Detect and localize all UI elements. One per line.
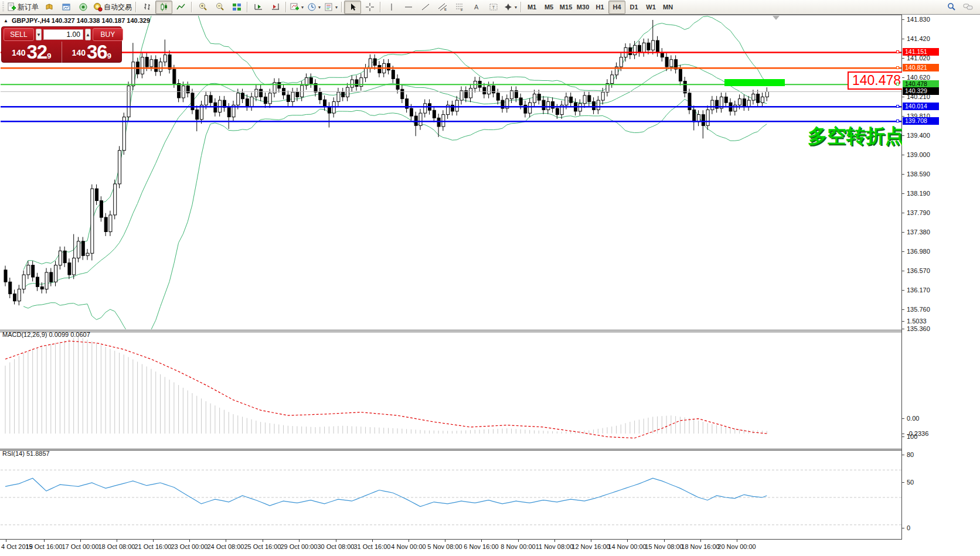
time-tick-label: 11 Nov 08:00	[534, 543, 575, 550]
bar-chart-button[interactable]	[138, 1, 155, 14]
bearish-candle	[556, 108, 559, 115]
tile-windows-button[interactable]	[228, 1, 245, 14]
periods-button[interactable]: ▾	[305, 1, 322, 14]
macd-tick-mark	[902, 321, 904, 322]
bearish-candle	[537, 94, 540, 101]
time-tick-label: 17 Oct 00:00	[60, 543, 101, 550]
timeframe-w1-button[interactable]: W1	[642, 1, 659, 14]
line-anchor-handle[interactable]	[896, 120, 899, 122]
price-callout[interactable]: 140.478	[848, 71, 906, 90]
pane-splitter	[0, 450, 980, 451]
text-button[interactable]: A	[468, 1, 485, 14]
candlestick-chart-button[interactable]	[155, 1, 172, 14]
vertical-line-icon	[387, 2, 396, 12]
indicators-button[interactable]: ▾	[288, 1, 305, 14]
main-chart-pane[interactable]	[1, 16, 901, 329]
buy-price[interactable]: 140 36 9	[62, 42, 122, 63]
news-button[interactable]	[40, 1, 57, 14]
timeframe-d1-button[interactable]: D1	[625, 1, 642, 14]
bullish-candle	[488, 86, 491, 94]
timeframe-h1-button[interactable]: H1	[591, 1, 608, 14]
time-tick-mark	[80, 540, 81, 542]
pane-splitter[interactable]	[0, 330, 980, 330]
vertical-line-button[interactable]	[383, 1, 400, 14]
volume-input[interactable]	[43, 29, 83, 40]
bullish-candle	[346, 87, 349, 97]
toolbar-grip[interactable]	[2, 2, 4, 12]
search-button[interactable]	[942, 1, 959, 14]
chart-shift-button[interactable]	[267, 1, 284, 14]
line-chart-button[interactable]	[172, 1, 189, 14]
zoom-in-button[interactable]	[194, 1, 211, 14]
line-anchor-handle[interactable]	[896, 66, 899, 69]
text-label-button[interactable]: T	[485, 1, 502, 14]
bearish-candle	[433, 110, 435, 118]
collapse-icon[interactable]: ▲	[4, 18, 8, 23]
macd-pane[interactable]	[1, 333, 901, 449]
new-order-button[interactable]: 新订单	[5, 1, 40, 14]
time-tick-mark	[299, 540, 300, 542]
line-anchor-handle[interactable]	[896, 105, 899, 108]
bollinger-upper-band	[23, 16, 767, 270]
line-anchor-handle[interactable]	[896, 83, 899, 86]
timeframe-m1-button[interactable]: M1	[523, 1, 540, 14]
scroll-shift-marker-icon[interactable]	[773, 16, 780, 20]
rsi-pane[interactable]	[1, 451, 901, 540]
price-tick-mark	[902, 155, 904, 155]
timeframe-m15-button[interactable]: M15	[557, 1, 574, 14]
auto-trading-button[interactable]: 自动交易	[91, 1, 134, 14]
auto-scroll-button[interactable]	[250, 1, 267, 14]
bullish-candle	[419, 113, 422, 125]
timeframe-m30-button[interactable]: M30	[574, 1, 591, 14]
zoom-out-button[interactable]	[211, 1, 228, 14]
mt4-window: 新订单 自动交易	[0, 0, 980, 556]
line-anchor-handle[interactable]	[896, 50, 899, 53]
time-tick-mark	[481, 540, 482, 542]
templates-button[interactable]: ▾	[322, 1, 339, 14]
volume-up-button[interactable]: ▲	[85, 29, 91, 40]
time-tick-label: 30 Oct 08:00	[315, 543, 356, 550]
bearish-candle	[483, 87, 486, 94]
buy-price-sup: 9	[107, 51, 111, 62]
timeframe-h4-button[interactable]: H4	[608, 1, 625, 14]
timeframe-mn-button[interactable]: MN	[659, 1, 676, 14]
volume-down-button[interactable]: ▼	[36, 29, 42, 40]
crosshair-button[interactable]	[361, 1, 378, 14]
chart-note-text[interactable]: 多空转折点	[808, 123, 904, 149]
bearish-candle	[679, 69, 682, 81]
pane-splitter	[0, 332, 980, 332]
price-axis[interactable]: 141.830141.420141.020140.620140.210139.8…	[902, 15, 980, 556]
fibonacci-button[interactable]: F	[451, 1, 468, 14]
buy-button[interactable]: BUY	[93, 28, 123, 41]
chat-button[interactable]	[959, 1, 976, 14]
svg-text:T: T	[492, 5, 495, 10]
price-tick-mark	[902, 39, 904, 39]
time-tick-mark	[518, 540, 519, 542]
sell-price[interactable]: 140 32 9	[2, 42, 62, 63]
timeframe-m5-button[interactable]: M5	[540, 1, 557, 14]
equidistant-channel-button[interactable]: E	[434, 1, 451, 14]
open-chart-button[interactable]	[57, 1, 74, 14]
bearish-candle	[542, 100, 545, 110]
cursor-button[interactable]	[344, 1, 361, 14]
sell-button[interactable]: SELL	[4, 28, 34, 41]
time-tick-mark	[445, 540, 445, 542]
price-badge: 139.708	[903, 117, 939, 125]
bullish-candle	[620, 57, 622, 67]
price-tick-label: 137.380	[907, 228, 930, 236]
bullish-candle	[59, 251, 62, 265]
trendline-button[interactable]	[417, 1, 434, 14]
signals-button[interactable]	[74, 1, 91, 14]
bullish-candle	[73, 258, 76, 275]
horizontal-line-button[interactable]	[400, 1, 417, 14]
bearish-candle	[264, 97, 267, 103]
arrows-button[interactable]: ▾	[502, 1, 519, 14]
pane-splitter[interactable]	[0, 449, 980, 449]
time-axis[interactable]: 4 Oct 201915 Oct 16:0017 Oct 00:0018 Oct…	[0, 540, 980, 556]
bearish-candle	[4, 270, 7, 282]
open-chart-icon	[62, 2, 71, 12]
toolbar-separator	[380, 2, 381, 12]
highlight-rectangle[interactable]	[724, 79, 785, 86]
buy-price-small: 140	[72, 44, 86, 62]
bullish-candle	[77, 241, 80, 258]
